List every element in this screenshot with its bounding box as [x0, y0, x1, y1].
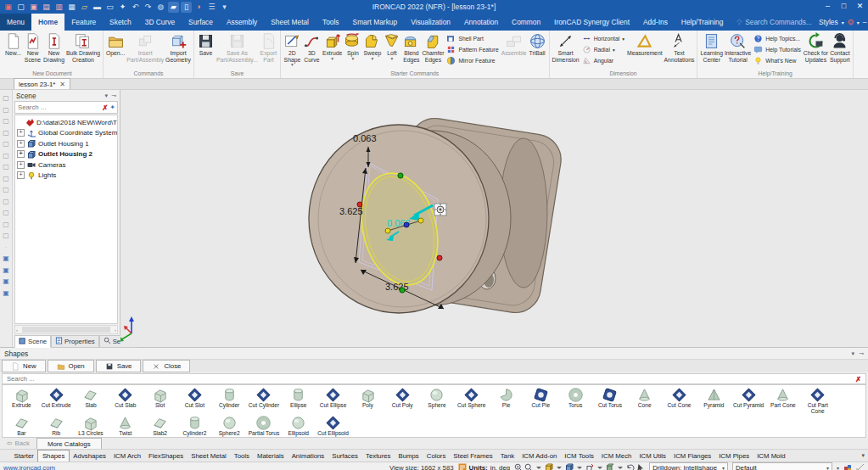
- save-icon[interactable]: ▬: [92, 2, 103, 13]
- shape-item-slot[interactable]: Slot: [143, 387, 177, 415]
- viewport-3d[interactable]: 0.063 3.625 3.625 0.063: [120, 90, 868, 347]
- angle-tool-icon[interactable]: ▢: [2, 198, 10, 206]
- publish-web-icon[interactable]: ◍: [155, 2, 166, 13]
- menu-tab-add-ins[interactable]: Add-Ins: [636, 14, 675, 31]
- ironcad-link[interactable]: www.ironcad.com: [3, 464, 55, 470]
- scene-tab-properties[interactable]: Properties: [51, 335, 99, 348]
- panel-pin-icon[interactable]: ⊸: [111, 92, 116, 99]
- sweep-tool-icon[interactable]: ▢: [2, 117, 10, 126]
- menu-tab-sheet-metal[interactable]: Sheet Metal: [264, 14, 316, 31]
- save-copy-icon[interactable]: ▭: [104, 2, 115, 13]
- menu-tab-surface[interactable]: Surface: [182, 14, 220, 31]
- menu-tab-feature[interactable]: Feature: [64, 14, 103, 31]
- shape-item-pyramid[interactable]: Pyramid: [697, 387, 731, 415]
- shape-item-cylinder[interactable]: Cylinder: [212, 387, 247, 415]
- tree-item-outlet-housing-1[interactable]: +Outlet Housing 1: [15, 138, 117, 149]
- catalog-tabs-overflow-icon[interactable]: ▾: [861, 452, 868, 459]
- menu-tab-help-training[interactable]: Help/Training: [675, 14, 731, 31]
- shape-item-slab2[interactable]: Slab2: [143, 415, 177, 437]
- catalog-tab-flexshapes[interactable]: FlexShapes: [145, 450, 188, 462]
- ribbon-button-smart-dimension[interactable]: SmartDimension: [552, 31, 580, 63]
- ribbon-button-shell-part[interactable]: Shell Part: [446, 33, 498, 44]
- ribbon-button-learning-center[interactable]: LearningCenter: [699, 31, 723, 63]
- shape-item-twist[interactable]: Twist: [108, 415, 143, 437]
- catalog-tab-icm-utils[interactable]: ICM Utils: [636, 450, 670, 462]
- shape-item-bar[interactable]: Bar: [4, 415, 39, 437]
- shape-item-slab[interactable]: Slab: [74, 387, 109, 415]
- shapes-pin-icon[interactable]: ⊸: [859, 350, 864, 357]
- document-tab[interactable]: lesson 23-1* ✕: [14, 78, 70, 89]
- document-close-icon[interactable]: ✕: [59, 81, 65, 88]
- drilldown-select[interactable]: Drilldown: Intellishape ▾: [649, 462, 728, 470]
- tree-item-lights[interactable]: +Lights: [15, 171, 117, 182]
- shapes-toolbar-save-button[interactable]: Save: [96, 360, 142, 372]
- cube4-icon[interactable]: ▣: [2, 289, 10, 298]
- scroll-left-icon[interactable]: ‹: [16, 327, 18, 333]
- catalog-tab-colors[interactable]: Colors: [423, 450, 450, 462]
- cfg-cube-icon[interactable]: [606, 463, 614, 470]
- cube1-icon[interactable]: ▣: [2, 255, 10, 263]
- shape-item-part-cone[interactable]: Part Cone: [766, 387, 801, 415]
- ribbon-button-help-tutorials[interactable]: Help Tutorials: [753, 44, 801, 55]
- maximize-icon[interactable]: □: [836, 0, 852, 14]
- doc-minimize-icon[interactable]: –: [863, 18, 867, 26]
- ribbon-button-measurement[interactable]: Measurement: [626, 31, 664, 57]
- ribbon-button-pattern-feature[interactable]: Pattern Feature: [446, 44, 498, 55]
- new-drawing-icon[interactable]: ▤: [41, 2, 52, 13]
- hdim-tool-icon[interactable]: ▢: [2, 175, 10, 183]
- dropdown-icon[interactable]: [596, 463, 604, 470]
- shape-item-torus[interactable]: Torus: [558, 387, 593, 415]
- minimize-icon[interactable]: –: [820, 0, 836, 14]
- ribbon-button-blend-edges[interactable]: BlendEdges: [401, 31, 421, 63]
- cursor-icon[interactable]: [636, 463, 645, 470]
- ribbon-button-sweep[interactable]: Sweep▾: [362, 31, 382, 60]
- redo-icon[interactable]: ↷: [143, 2, 154, 13]
- catalog-tab-icm-arch[interactable]: ICM Arch: [109, 450, 144, 462]
- catalog-tab-icm-flanges[interactable]: ICM Flanges: [670, 450, 715, 462]
- shape-item-ellipsoid[interactable]: Ellipsoid: [281, 415, 316, 437]
- spray-icon[interactable]: ✦: [117, 2, 128, 13]
- shape-item-cylinder2[interactable]: Cylinder2: [177, 415, 212, 437]
- tree-item-outlet-housing-2[interactable]: +Outlet Housing 2: [15, 149, 117, 160]
- zoom-in-icon[interactable]: [514, 463, 523, 470]
- shape-item-cut-cylinder[interactable]: Cut Cylinder: [247, 387, 282, 415]
- cube3-icon[interactable]: ▣: [2, 277, 10, 286]
- catalog-tab-tank[interactable]: Tank: [496, 450, 518, 462]
- scene-hscrollbar[interactable]: ‹ ›: [14, 325, 118, 334]
- open-icon[interactable]: ▱: [79, 2, 90, 13]
- styles-dropdown-icon[interactable]: ▾: [842, 20, 844, 25]
- dropdown-icon[interactable]: [575, 463, 584, 470]
- shape-item-cut-slot[interactable]: Cut Slot: [177, 387, 212, 415]
- catalog-tab-icm-mold[interactable]: ICM Mold: [753, 450, 789, 462]
- shape-item-cut-ellipsoid[interactable]: Cut Ellipsoid: [316, 415, 350, 437]
- panel-dropdown-icon[interactable]: ▾: [105, 92, 109, 99]
- shapes-search-input[interactable]: [5, 374, 854, 383]
- move-cube-icon[interactable]: [585, 463, 594, 470]
- expand-icon[interactable]: +: [17, 161, 25, 169]
- catalog-tab-icm-tools[interactable]: ICM Tools: [561, 450, 598, 462]
- shape-item-cone[interactable]: Cone: [627, 387, 662, 415]
- loft-tool-icon[interactable]: ▢: [2, 129, 10, 137]
- shape-item-cut-slab[interactable]: Cut Slab: [108, 387, 143, 415]
- catalog-tab-shapes[interactable]: Shapes: [37, 450, 69, 462]
- config-select[interactable]: Default ▾: [732, 462, 832, 470]
- catalog-tab-materials[interactable]: Materials: [254, 450, 288, 462]
- shape-item-cut-pyramid[interactable]: Cut Pyramid: [731, 387, 766, 415]
- close-icon[interactable]: ✕: [852, 0, 868, 14]
- dropdown-icon[interactable]: [535, 463, 543, 470]
- clear-search-icon[interactable]: ✗: [100, 104, 109, 112]
- ribbon-button-chamfer-edges[interactable]: ChamferEdges: [421, 31, 445, 63]
- doc-dropdown-icon[interactable]: ▾: [857, 20, 860, 25]
- ribbon-button-spin[interactable]: Spin▾: [343, 31, 362, 60]
- shapes-clear-icon[interactable]: ✗: [854, 375, 863, 383]
- shape-item-ellipse[interactable]: Ellipse: [281, 387, 316, 415]
- shade-cube-icon[interactable]: [565, 463, 574, 470]
- radius-tool-icon[interactable]: ▢: [2, 209, 10, 217]
- shapes-toolbar-close-button[interactable]: Close: [143, 360, 190, 372]
- catalog-tab-advshapes[interactable]: Advshapes: [70, 450, 110, 462]
- ribbon-button-what-s-new[interactable]: What's New: [753, 55, 801, 66]
- new-document-icon[interactable]: ▢: [15, 2, 26, 13]
- tree-item-global-coordinate-system[interactable]: +Global Coordinate System: [15, 128, 117, 139]
- shape-item-rib[interactable]: Rib: [39, 415, 74, 437]
- ribbon-button-angular[interactable]: Angular: [582, 55, 624, 66]
